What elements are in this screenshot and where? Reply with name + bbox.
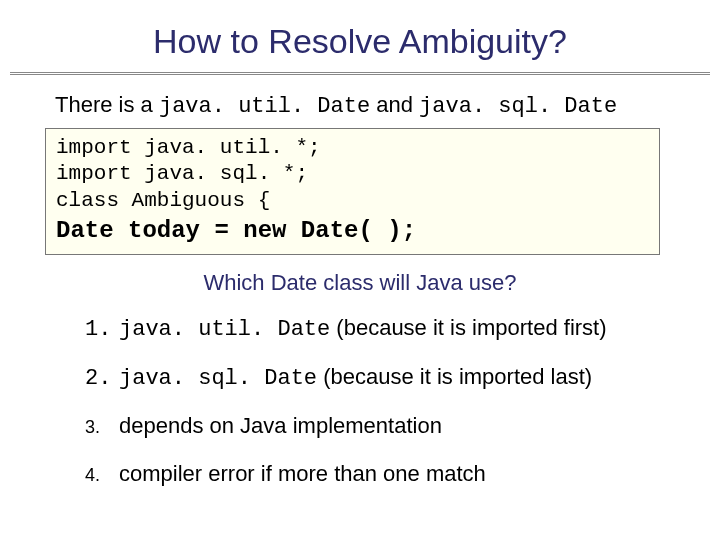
option-1-code: java. util. Date — [119, 317, 330, 342]
title-underline — [10, 72, 710, 73]
slide-title: How to Resolve Ambiguity? — [0, 22, 720, 61]
intro-code-2: java. sql. Date — [419, 94, 617, 119]
option-2-number: 2. — [85, 366, 119, 391]
code-line-2: import java. sql. *; — [56, 161, 649, 187]
option-1-number: 1. — [85, 317, 119, 342]
intro-mid: and — [370, 92, 419, 117]
option-2-body: java. sql. Date (because it is imported … — [119, 364, 592, 391]
option-4-number: 4. — [85, 465, 119, 486]
code-emphasis: Date today = new Date( ); — [56, 216, 649, 246]
option-3-number: 3. — [85, 417, 119, 438]
slide: How to Resolve Ambiguity? There is a jav… — [0, 0, 720, 540]
option-2-code: java. sql. Date — [119, 366, 317, 391]
title-underline-2 — [10, 74, 710, 75]
code-line-3: class Ambiguous { — [56, 188, 649, 214]
code-line-1: import java. util. *; — [56, 135, 649, 161]
option-1: 1. java. util. Date (because it is impor… — [85, 315, 607, 342]
option-3-text: depends on Java implementation — [119, 413, 442, 439]
option-2: 2. java. sql. Date (because it is import… — [85, 364, 607, 391]
question-text: Which Date class will Java use? — [0, 270, 720, 296]
option-4: 4. compiler error if more than one match — [85, 461, 607, 487]
code-box: import java. util. *; import java. sql. … — [45, 128, 660, 255]
intro-code-1: java. util. Date — [159, 94, 370, 119]
option-1-body: java. util. Date (because it is imported… — [119, 315, 607, 342]
options-list: 1. java. util. Date (because it is impor… — [85, 315, 607, 509]
intro-line: There is a java. util. Date and java. sq… — [55, 92, 617, 119]
option-3: 3. depends on Java implementation — [85, 413, 607, 439]
option-1-rest: (because it is imported first) — [330, 315, 606, 340]
option-4-text: compiler error if more than one match — [119, 461, 486, 487]
intro-prefix: There is a — [55, 92, 159, 117]
option-2-rest: (because it is imported last) — [317, 364, 592, 389]
